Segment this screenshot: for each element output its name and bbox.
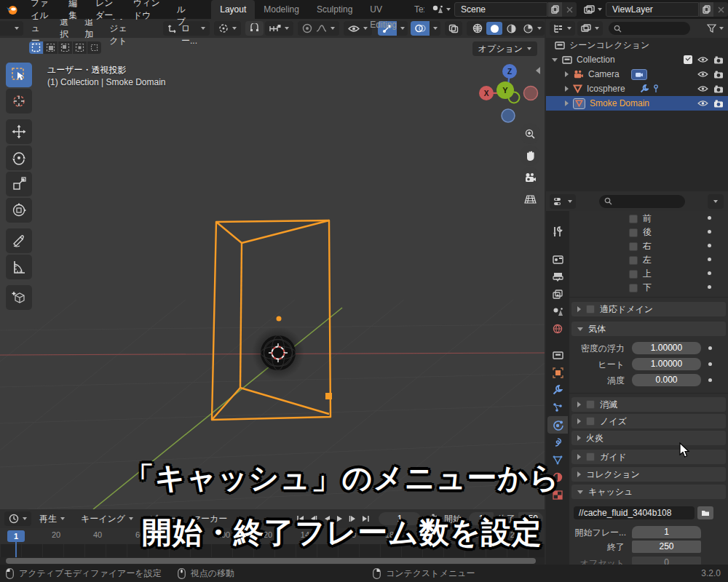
transform-tool[interactable]: [6, 198, 32, 223]
sidebar-collapse-icon[interactable]: [536, 67, 540, 74]
workspace-tab-layout[interactable]: Layout: [211, 0, 255, 19]
cursor-tool[interactable]: [6, 89, 32, 113]
tab-texture[interactable]: [547, 486, 568, 503]
object-visibility-dropdown[interactable]: [344, 21, 372, 36]
tab-particles[interactable]: [547, 399, 568, 416]
properties-options-dropdown[interactable]: [708, 194, 724, 209]
viewlayer-name-field[interactable]: ViewLayer: [606, 2, 699, 17]
proportional-editing-dropdown[interactable]: [298, 21, 339, 36]
timeline-ruler[interactable]: 20 40 60 80 100 120 140 160 180 200 220 …: [0, 528, 545, 544]
options-dropdown[interactable]: オプション: [472, 41, 537, 56]
xray-toggle[interactable]: [445, 21, 462, 36]
timeline-track-area[interactable]: [0, 544, 545, 557]
tab-output[interactable]: [547, 268, 568, 285]
scene-icon[interactable]: [432, 4, 451, 15]
camera-row[interactable]: Camera: [546, 67, 728, 81]
flames-section[interactable]: 火炎: [571, 431, 726, 445]
collections-section[interactable]: コレクション: [571, 467, 726, 482]
viewlayer-copy-icon[interactable]: [699, 2, 713, 17]
select-mode-invert[interactable]: [73, 41, 87, 54]
menu-render[interactable]: レンダー: [87, 0, 125, 22]
navigation-gizmo[interactable]: X Z Y: [473, 61, 545, 134]
hide-eye-icon[interactable]: [697, 85, 708, 92]
tab-world[interactable]: [547, 320, 568, 338]
viewlayer-close-icon[interactable]: [713, 2, 728, 17]
tab-scene[interactable]: [547, 303, 568, 320]
workspace-tab-texture[interactable]: Tex: [405, 0, 424, 19]
outliner-display-mode-dropdown[interactable]: [577, 21, 603, 36]
timeline-editor-type-dropdown[interactable]: [4, 511, 31, 526]
collection-row[interactable]: Collection: [546, 52, 728, 67]
tab-render[interactable]: [547, 250, 568, 268]
viewport-3d[interactable]: オプション ユーザー・透視投影 (1) Collection | Smoke D…: [0, 38, 545, 509]
jump-to-start-button[interactable]: [294, 513, 306, 525]
pivot-point-dropdown[interactable]: [214, 21, 241, 36]
menu-help[interactable]: ヘルプ: [169, 0, 202, 28]
jump-to-end-button[interactable]: [360, 513, 372, 525]
render-visibility-icon[interactable]: [713, 85, 724, 93]
jump-prev-keyframe-button[interactable]: [307, 513, 320, 525]
cache-section[interactable]: キャッシュ: [571, 485, 726, 499]
tab-tool[interactable]: [547, 223, 568, 240]
tab-material[interactable]: [547, 469, 568, 486]
render-visibility-icon[interactable]: [713, 56, 724, 64]
render-visibility-icon[interactable]: [713, 100, 724, 108]
workspace-tab-sculpting[interactable]: Sculpting: [308, 0, 361, 19]
keying-menu[interactable]: キーイング: [73, 513, 141, 525]
hide-eye-icon[interactable]: [697, 100, 708, 107]
properties-editor-type-dropdown[interactable]: [550, 194, 576, 209]
collection-checkbox[interactable]: [684, 55, 692, 64]
annotate-tool[interactable]: [6, 228, 32, 253]
menu-edit[interactable]: 編集: [60, 0, 87, 22]
render-visibility-icon[interactable]: [713, 71, 724, 79]
current-frame-field[interactable]: 1: [379, 512, 421, 525]
workspace-tab-uv-editing[interactable]: UV Editing: [361, 0, 405, 19]
select-mode-subtract[interactable]: [58, 41, 72, 54]
timeline-scrollbar[interactable]: [6, 558, 536, 564]
tab-object[interactable]: [547, 364, 568, 381]
adaptive-domain-section[interactable]: 適応ドメイン: [571, 302, 726, 316]
timeline-view-menu[interactable]: ビュー: [141, 513, 184, 525]
playback-menu[interactable]: 再生: [31, 513, 73, 525]
shading-rendered-button[interactable]: [521, 23, 536, 35]
scene-collection-row[interactable]: シーンコレクション: [546, 38, 728, 52]
scene-copy-icon[interactable]: [547, 2, 562, 17]
expand-icon[interactable]: [565, 71, 569, 77]
select-mode-intersect[interactable]: [87, 41, 101, 54]
dissolve-section[interactable]: 消滅: [571, 397, 726, 412]
select-box-tool[interactable]: [6, 63, 32, 87]
tab-collection-props[interactable]: [547, 346, 568, 364]
expand-icon[interactable]: [565, 100, 569, 106]
border-front-row[interactable]: 前: [629, 212, 652, 225]
mode-selector[interactable]: [0, 21, 23, 36]
frame-offset-field[interactable]: 0: [632, 557, 701, 565]
orthographic-grid-button[interactable]: [520, 189, 540, 210]
shading-wireframe-button[interactable]: [470, 23, 485, 35]
vorticity-field[interactable]: 0.000: [632, 374, 701, 386]
workspace-tab-modeling[interactable]: Modeling: [255, 0, 308, 19]
camera-data-badge[interactable]: [631, 69, 647, 80]
cache-path-field[interactable]: //cache_fluid_3404b108: [574, 506, 695, 519]
shading-solid-button[interactable]: [486, 22, 502, 35]
tab-constraints[interactable]: [547, 434, 568, 451]
viewlayer-icon[interactable]: [584, 5, 602, 15]
measure-tool[interactable]: [6, 255, 32, 279]
jump-next-keyframe-button[interactable]: [347, 513, 359, 525]
play-reverse-button[interactable]: [320, 513, 333, 525]
tab-modifiers[interactable]: [547, 381, 568, 399]
play-button[interactable]: [333, 513, 346, 525]
frame-start-field[interactable]: 1: [632, 526, 701, 538]
marker-menu[interactable]: マーカー: [184, 513, 236, 525]
camera-view-button[interactable]: [520, 167, 540, 188]
overlays-dropdown[interactable]: [430, 21, 440, 36]
border-right-row[interactable]: 右: [629, 240, 652, 252]
tab-object-data[interactable]: [547, 451, 568, 469]
move-tool[interactable]: [6, 119, 32, 144]
guide-section[interactable]: ガイド: [571, 450, 726, 464]
scene-close-icon[interactable]: [562, 2, 577, 17]
stopwatch-icon[interactable]: [428, 514, 438, 524]
start-frame-field[interactable]: 1: [469, 512, 494, 525]
rotate-tool[interactable]: [6, 146, 32, 170]
playhead[interactable]: 1: [7, 530, 25, 542]
icosphere-row[interactable]: Icosphere: [546, 81, 728, 96]
